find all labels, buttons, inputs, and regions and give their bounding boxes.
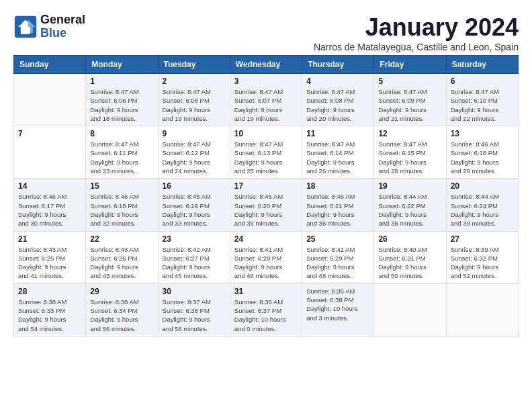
weekday-header: Friday bbox=[374, 56, 446, 74]
day-number: 20 bbox=[451, 181, 514, 191]
day-info: Sunrise: 8:47 AM Sunset: 6:13 PM Dayligh… bbox=[234, 140, 298, 175]
day-number: 8 bbox=[90, 129, 153, 138]
calendar-day-cell: 25Sunrise: 8:41 AM Sunset: 6:29 PM Dayli… bbox=[302, 231, 374, 283]
day-number: 1 bbox=[90, 77, 153, 86]
day-info: Sunrise: 8:46 AM Sunset: 6:17 PM Dayligh… bbox=[18, 192, 81, 228]
weekday-header: Sunday bbox=[14, 56, 86, 74]
calendar-day-cell: Sunrise: 8:35 AM Sunset: 6:38 PM Dayligh… bbox=[302, 283, 374, 336]
logo-icon bbox=[13, 15, 38, 39]
day-number: 24 bbox=[234, 234, 298, 244]
calendar-day-cell: 22Sunrise: 8:43 AM Sunset: 6:26 PM Dayli… bbox=[86, 231, 158, 283]
day-info: Sunrise: 8:47 AM Sunset: 6:06 PM Dayligh… bbox=[163, 87, 226, 123]
calendar-day-cell: 10Sunrise: 8:47 AM Sunset: 6:13 PM Dayli… bbox=[230, 126, 302, 179]
calendar-day-cell: 9Sunrise: 8:47 AM Sunset: 6:12 PM Daylig… bbox=[158, 126, 230, 179]
calendar-week-row: 21Sunrise: 8:43 AM Sunset: 6:25 PM Dayli… bbox=[14, 231, 519, 283]
day-info: Sunrise: 8:47 AM Sunset: 6:06 PM Dayligh… bbox=[90, 87, 153, 123]
day-number: 2 bbox=[163, 77, 226, 86]
day-info: Sunrise: 8:47 AM Sunset: 6:07 PM Dayligh… bbox=[234, 87, 298, 123]
calendar-day-cell: 20Sunrise: 8:44 AM Sunset: 6:24 PM Dayli… bbox=[446, 179, 518, 231]
day-info: Sunrise: 8:35 AM Sunset: 6:38 PM Dayligh… bbox=[306, 287, 369, 322]
day-number: 30 bbox=[163, 287, 226, 296]
calendar-day-cell: 27Sunrise: 8:39 AM Sunset: 6:32 PM Dayli… bbox=[446, 231, 518, 283]
calendar-day-cell: 21Sunrise: 8:43 AM Sunset: 6:25 PM Dayli… bbox=[14, 231, 86, 283]
day-info: Sunrise: 8:47 AM Sunset: 6:12 PM Dayligh… bbox=[163, 140, 226, 175]
calendar-day-cell: 26Sunrise: 8:40 AM Sunset: 6:31 PM Dayli… bbox=[374, 231, 446, 283]
day-number: 6 bbox=[451, 77, 514, 86]
calendar-day-cell: 29Sunrise: 8:38 AM Sunset: 6:34 PM Dayli… bbox=[86, 283, 158, 336]
day-number: 17 bbox=[234, 181, 298, 191]
day-info: Sunrise: 8:39 AM Sunset: 6:32 PM Dayligh… bbox=[451, 245, 514, 281]
weekday-header: Wednesday bbox=[230, 56, 302, 74]
day-number: 27 bbox=[451, 234, 514, 244]
day-number: 26 bbox=[378, 234, 441, 244]
calendar-day-cell: 7 bbox=[14, 126, 86, 179]
calendar-day-cell: 6Sunrise: 8:47 AM Sunset: 6:10 PM Daylig… bbox=[446, 74, 518, 126]
calendar-day-cell: 23Sunrise: 8:42 AM Sunset: 6:27 PM Dayli… bbox=[158, 231, 230, 283]
day-info: Sunrise: 8:40 AM Sunset: 6:31 PM Dayligh… bbox=[378, 245, 441, 281]
calendar-day-cell: 2Sunrise: 8:47 AM Sunset: 6:06 PM Daylig… bbox=[158, 74, 230, 126]
day-number: 22 bbox=[90, 234, 153, 244]
calendar-day-cell: 5Sunrise: 8:47 AM Sunset: 6:09 PM Daylig… bbox=[374, 74, 446, 126]
day-info: Sunrise: 8:45 AM Sunset: 6:21 PM Dayligh… bbox=[306, 192, 369, 228]
day-number: 19 bbox=[378, 181, 441, 191]
month-title: January 2024 bbox=[314, 13, 519, 42]
day-number: 11 bbox=[306, 129, 369, 138]
calendar-day-cell: 18Sunrise: 8:45 AM Sunset: 6:21 PM Dayli… bbox=[302, 179, 374, 231]
calendar-day-cell bbox=[374, 283, 446, 336]
calendar-day-cell bbox=[14, 74, 86, 126]
day-number: 29 bbox=[90, 287, 153, 296]
day-info: Sunrise: 8:46 AM Sunset: 6:16 PM Dayligh… bbox=[451, 140, 514, 175]
calendar-day-cell: 13Sunrise: 8:46 AM Sunset: 6:16 PM Dayli… bbox=[446, 126, 518, 179]
title-area: January 2024 Narros de Matalayegua, Cast… bbox=[314, 13, 519, 52]
day-number: 21 bbox=[18, 234, 81, 244]
day-number: 14 bbox=[18, 181, 81, 191]
location-subtitle: Narros de Matalayegua, Castille and Leon… bbox=[314, 42, 519, 52]
weekday-header: Tuesday bbox=[158, 56, 230, 74]
weekday-header: Thursday bbox=[302, 56, 374, 74]
day-info: Sunrise: 8:38 AM Sunset: 6:34 PM Dayligh… bbox=[90, 298, 153, 333]
calendar-day-cell: 17Sunrise: 8:45 AM Sunset: 6:20 PM Dayli… bbox=[230, 179, 302, 231]
logo-text: General Blue bbox=[40, 13, 85, 40]
day-info: Sunrise: 8:41 AM Sunset: 6:28 PM Dayligh… bbox=[234, 245, 298, 281]
day-number: 4 bbox=[306, 77, 369, 86]
calendar-day-cell: 15Sunrise: 8:46 AM Sunset: 6:18 PM Dayli… bbox=[86, 179, 158, 231]
day-number: 15 bbox=[90, 181, 153, 191]
day-info: Sunrise: 8:47 AM Sunset: 6:08 PM Dayligh… bbox=[306, 87, 369, 123]
calendar-day-cell: 4Sunrise: 8:47 AM Sunset: 6:08 PM Daylig… bbox=[302, 74, 374, 126]
day-number: 10 bbox=[234, 129, 298, 138]
day-info: Sunrise: 8:44 AM Sunset: 6:22 PM Dayligh… bbox=[378, 192, 441, 228]
calendar-day-cell: 28Sunrise: 8:38 AM Sunset: 6:33 PM Dayli… bbox=[14, 283, 86, 336]
calendar-header-row: SundayMondayTuesdayWednesdayThursdayFrid… bbox=[14, 56, 519, 74]
day-info: Sunrise: 8:38 AM Sunset: 6:33 PM Dayligh… bbox=[18, 298, 81, 333]
day-info: Sunrise: 8:47 AM Sunset: 6:15 PM Dayligh… bbox=[378, 140, 441, 175]
calendar-week-row: 78Sunrise: 8:47 AM Sunset: 6:11 PM Dayli… bbox=[14, 126, 519, 179]
day-number: 13 bbox=[451, 129, 514, 138]
day-number: 12 bbox=[378, 129, 441, 138]
calendar-table: SundayMondayTuesdayWednesdayThursdayFrid… bbox=[13, 55, 519, 336]
day-info: Sunrise: 8:47 AM Sunset: 6:11 PM Dayligh… bbox=[90, 140, 153, 175]
calendar-day-cell: 12Sunrise: 8:47 AM Sunset: 6:15 PM Dayli… bbox=[374, 126, 446, 179]
page-header: General Blue January 2024 Narros de Mata… bbox=[13, 13, 519, 52]
day-number: 18 bbox=[306, 181, 369, 191]
day-info: Sunrise: 8:45 AM Sunset: 6:20 PM Dayligh… bbox=[234, 192, 298, 228]
calendar-day-cell: 1Sunrise: 8:47 AM Sunset: 6:06 PM Daylig… bbox=[86, 74, 158, 126]
day-info: Sunrise: 8:47 AM Sunset: 6:09 PM Dayligh… bbox=[378, 87, 441, 123]
day-info: Sunrise: 8:36 AM Sunset: 6:37 PM Dayligh… bbox=[234, 298, 298, 333]
logo-line1: General bbox=[40, 13, 85, 27]
calendar-day-cell: 16Sunrise: 8:45 AM Sunset: 6:19 PM Dayli… bbox=[158, 179, 230, 231]
day-number: 16 bbox=[163, 181, 226, 191]
day-number: 9 bbox=[163, 129, 226, 138]
day-number: 31 bbox=[234, 287, 298, 296]
weekday-header: Saturday bbox=[446, 56, 518, 74]
day-number: 3 bbox=[234, 77, 298, 86]
calendar-day-cell: 31Sunrise: 8:36 AM Sunset: 6:37 PM Dayli… bbox=[230, 283, 302, 336]
calendar-week-row: 28Sunrise: 8:38 AM Sunset: 6:33 PM Dayli… bbox=[14, 283, 519, 336]
day-info: Sunrise: 8:47 AM Sunset: 6:10 PM Dayligh… bbox=[451, 87, 514, 123]
logo: General Blue bbox=[13, 13, 85, 40]
calendar-day-cell: 8Sunrise: 8:47 AM Sunset: 6:11 PM Daylig… bbox=[86, 126, 158, 179]
calendar-day-cell: 14Sunrise: 8:46 AM Sunset: 6:17 PM Dayli… bbox=[14, 179, 86, 231]
day-info: Sunrise: 8:46 AM Sunset: 6:18 PM Dayligh… bbox=[90, 192, 153, 228]
day-info: Sunrise: 8:43 AM Sunset: 6:25 PM Dayligh… bbox=[18, 245, 81, 281]
day-number: 28 bbox=[18, 287, 81, 296]
day-number: 5 bbox=[378, 77, 441, 86]
